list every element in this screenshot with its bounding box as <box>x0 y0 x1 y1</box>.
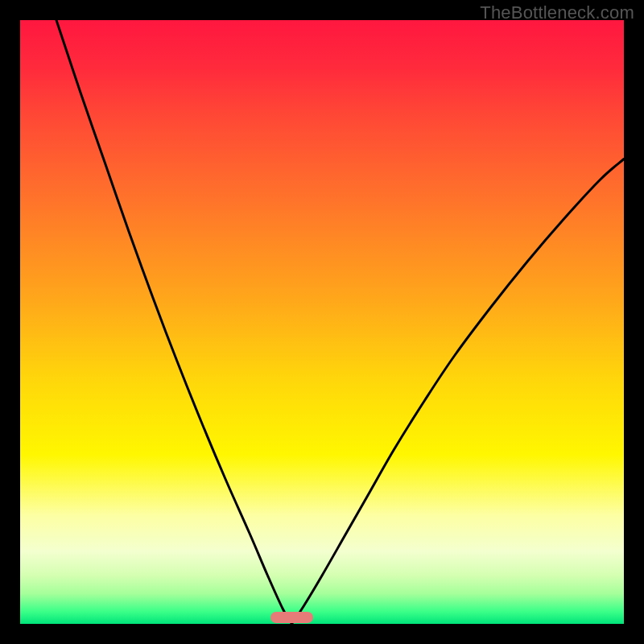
plot-area <box>20 20 624 624</box>
left-curve <box>56 20 292 624</box>
curves-svg <box>20 20 624 624</box>
bottleneck-marker <box>270 612 313 623</box>
right-curve <box>292 159 625 625</box>
outer-frame: TheBottleneck.com <box>0 0 644 644</box>
